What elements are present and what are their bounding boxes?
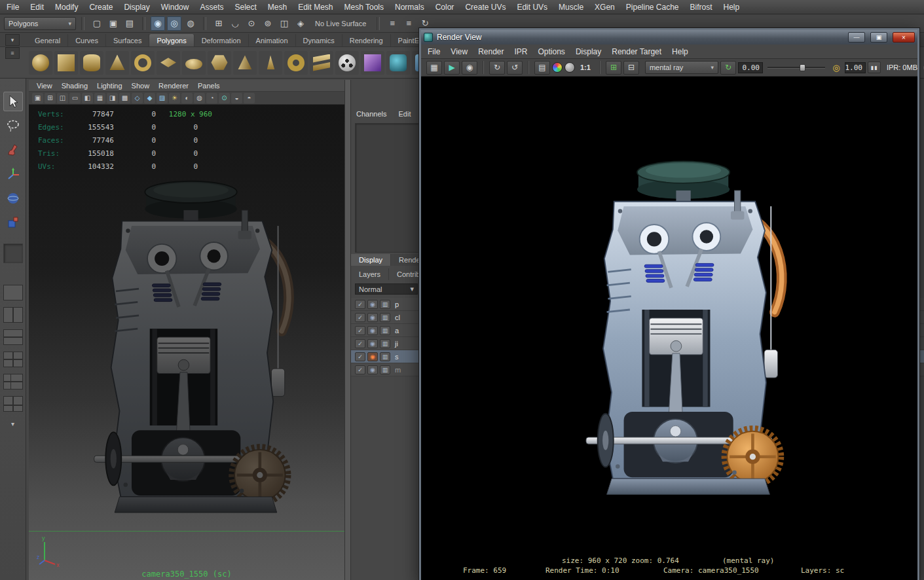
layout-four-pane-button[interactable]	[3, 352, 23, 367]
tab-layers[interactable]: Layers	[351, 268, 389, 280]
redo-previous-render-button[interactable]: ↻	[489, 61, 505, 75]
xray-icon[interactable]: ◒	[231, 93, 242, 103]
exposure-slider[interactable]	[767, 62, 825, 73]
select-object-button[interactable]: ◎	[167, 16, 181, 31]
shelf-plane-icon[interactable]	[157, 51, 180, 75]
layer-visibility-toggle[interactable]: ✓	[355, 326, 365, 335]
layer-swatch[interactable]: ▥	[380, 365, 390, 374]
render-current-frame-button[interactable]: ▦	[426, 61, 442, 75]
panel-divider[interactable]	[344, 80, 351, 580]
photographic-exposure-icon[interactable]: ◎	[830, 61, 843, 74]
menu-bifrost[interactable]: Bifrost	[690, 3, 712, 12]
shelf-sculpt-icon[interactable]	[386, 51, 410, 75]
slider-thumb[interactable]	[800, 64, 805, 71]
lock-camera-icon[interactable]: ▣	[32, 93, 43, 103]
menu-mesh[interactable]: Mesh	[268, 3, 287, 12]
menu-edit-mesh[interactable]: Edit Mesh	[298, 3, 333, 12]
snap-view-plane-button[interactable]: ◫	[277, 16, 291, 31]
remove-image-button[interactable]: ⊟	[623, 61, 639, 75]
textured-icon[interactable]: ▨	[157, 93, 168, 103]
shelf-helix-icon[interactable]	[310, 51, 333, 75]
exposure-field[interactable]: 0.00	[738, 62, 763, 73]
paint-select-tool-button[interactable]	[3, 140, 23, 160]
layer-renderable-toggle[interactable]: ◉	[367, 300, 378, 309]
slider-track[interactable]	[767, 67, 825, 69]
layout-more-chevron-icon[interactable]: ▾	[11, 420, 14, 427]
shelf-platonic-icon[interactable]	[208, 51, 231, 75]
snap-grid-button[interactable]: ⊞	[212, 16, 226, 31]
rv-menu-options[interactable]: Options	[538, 47, 565, 56]
blend-mode-dropdown[interactable]: Normal ▾	[355, 283, 418, 295]
safe-action-icon[interactable]: ◨	[107, 93, 118, 103]
selection-mode-dropdown[interactable]: Polygons ▾	[4, 17, 76, 30]
shelf-cylinder-icon[interactable]	[80, 51, 103, 75]
layer-swatch[interactable]: ▥	[380, 313, 390, 322]
layer-swatch[interactable]: ▥	[380, 352, 390, 361]
multisampling-icon[interactable]: ⊙	[219, 93, 230, 103]
close-button[interactable]: ×	[893, 32, 915, 43]
vp-menu-view[interactable]: View	[37, 82, 52, 90]
layer-renderable-toggle[interactable]: ◉	[367, 365, 378, 374]
select-component-button[interactable]: ◍	[183, 16, 198, 31]
shelf-cube-icon[interactable]	[54, 51, 78, 75]
open-scene-button[interactable]: ▣	[106, 16, 120, 31]
menu-mesh-tools[interactable]: Mesh Tools	[344, 3, 384, 12]
shelf-tab-dynamics[interactable]: Dynamics	[296, 34, 342, 46]
shelf-tab-animation[interactable]: Animation	[249, 34, 296, 46]
layer-swatch[interactable]: ▥	[380, 339, 390, 348]
maximize-button[interactable]: ▣	[870, 32, 887, 43]
last-tool-slot[interactable]	[3, 244, 23, 263]
lasso-tool-button[interactable]	[3, 116, 23, 136]
menu-edit-uvs[interactable]: Edit UVs	[517, 3, 547, 12]
layout-two-horizontal-button[interactable]	[3, 329, 23, 345]
rv-menu-view[interactable]: View	[451, 47, 468, 56]
safe-title-icon[interactable]: ▩	[119, 93, 130, 103]
layer-visibility-toggle[interactable]: ✓	[355, 339, 365, 348]
tab-channels[interactable]: Channels	[356, 110, 386, 118]
menu-file[interactable]: File	[7, 3, 19, 12]
tab-edit[interactable]: Edit	[398, 110, 411, 118]
layer-visibility-toggle[interactable]: ✓	[355, 365, 365, 374]
shelf-torus-icon[interactable]	[131, 51, 155, 75]
refresh-render-button[interactable]: ↻	[720, 61, 736, 75]
viewport-canvas[interactable]: Verts: 77847 0 1280 x 960 Edges: 155543 …	[29, 105, 344, 580]
minimize-button[interactable]: —	[848, 32, 865, 43]
new-scene-button[interactable]: ▢	[90, 16, 104, 31]
move-tool-button[interactable]	[3, 164, 23, 184]
shadows-icon[interactable]: ◐	[181, 93, 193, 103]
keep-image-button[interactable]: ⊞	[606, 61, 621, 75]
menu-display[interactable]: Display	[124, 3, 149, 12]
shelf-disc-icon[interactable]	[182, 51, 206, 75]
vp-menu-shading[interactable]: Shading	[62, 82, 88, 90]
layout-two-vertical-button[interactable]	[3, 307, 23, 323]
shelf-pyramid-icon[interactable]	[233, 51, 257, 75]
ipr-render-button[interactable]: ▶	[444, 61, 460, 75]
grid-icon[interactable]: ⊞	[45, 93, 56, 103]
layer-renderable-toggle[interactable]: ◉	[367, 313, 378, 322]
renderer-dropdown[interactable]: mental ray ▾	[645, 61, 718, 74]
menu-help[interactable]: Help	[724, 3, 740, 12]
pause-ipr-button[interactable]: ▮▮	[868, 62, 881, 73]
rv-menu-render[interactable]: Render	[478, 47, 504, 56]
snapshot-button[interactable]: ◉	[462, 61, 477, 75]
rv-menu-help[interactable]: Help	[672, 47, 688, 56]
output-connections-button[interactable]: ≡	[401, 16, 416, 31]
isolate-select-icon[interactable]: ◓	[244, 93, 255, 103]
layout-three-left-button[interactable]	[3, 374, 23, 390]
layer-swatch[interactable]: ▥	[380, 326, 390, 335]
shelf-tab-polygons[interactable]: Polygons	[149, 34, 194, 46]
vp-menu-renderer[interactable]: Renderer	[158, 82, 189, 90]
shelf-menu-button[interactable]: ▾	[5, 34, 20, 46]
shelf-tab-deformation[interactable]: Deformation	[194, 34, 249, 46]
layer-renderable-toggle[interactable]: ◉	[367, 326, 378, 335]
rv-menu-file[interactable]: File	[428, 47, 440, 56]
one-to-one-button[interactable]: 1:1	[577, 63, 594, 71]
menu-select[interactable]: Select	[234, 3, 256, 12]
render-view-titlebar[interactable]: Render View — ▣ ×	[421, 30, 917, 45]
gamma-field[interactable]: 1.00	[845, 62, 866, 73]
resolution-gate-icon[interactable]: ▭	[69, 93, 81, 103]
layer-visibility-toggle[interactable]: ✓	[355, 352, 365, 361]
shelf-soccer-icon[interactable]	[335, 51, 359, 75]
menu-create-uvs[interactable]: Create UVs	[465, 3, 506, 12]
shelf-tabs-button[interactable]: ≡	[5, 47, 20, 59]
